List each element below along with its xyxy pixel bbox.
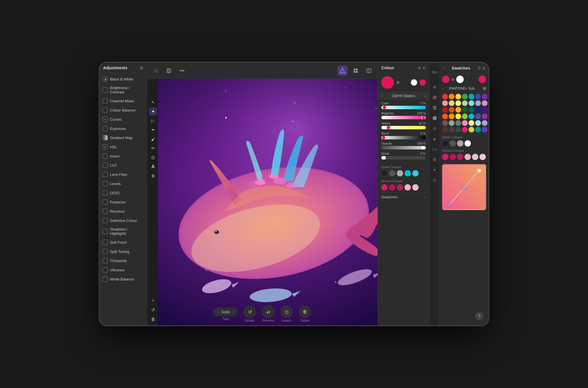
filter-icon-btn[interactable]: ⊞ — [430, 155, 439, 164]
recent-colour-0[interactable] — [381, 184, 388, 191]
black-slider-thumb[interactable] — [381, 136, 386, 139]
swatch-cell-21[interactable] — [442, 114, 448, 119]
swatches-prev-arrow[interactable]: ‹ — [443, 66, 444, 71]
swatch-cell-41[interactable] — [482, 127, 488, 132]
colour-wheel-icon-btn[interactable]: ⊕ — [430, 83, 439, 91]
swatch-cell-18[interactable] — [469, 107, 474, 113]
magenta-slider-thumb[interactable] — [421, 116, 426, 119]
adj-item-curves[interactable]: ∿Curves — [100, 115, 147, 124]
swatch-cell-37[interactable] — [455, 127, 461, 132]
text-icon-btn[interactable]: a — [430, 135, 439, 143]
yellow-slider-track[interactable] — [381, 126, 426, 129]
eyedropper-tool[interactable]: ⊕ — [149, 172, 157, 180]
colour-sliders-icon-btn[interactable] — [430, 93, 439, 102]
sw-recent-colour-2[interactable] — [457, 154, 463, 160]
secondary-colour-swatch[interactable] — [411, 79, 417, 86]
swatch-white[interactable] — [456, 76, 464, 83]
swatch-cell-27[interactable] — [482, 114, 488, 119]
swatch-cell-40[interactable] — [475, 127, 481, 132]
yellow-slider-thumb[interactable] — [386, 126, 391, 129]
swatch-cell-5[interactable] — [475, 94, 481, 99]
cmyk-next-arrow[interactable]: › — [424, 93, 426, 98]
adj-item-soft-proof[interactable]: Soft Proof — [100, 238, 147, 247]
opacity-slider-thumb[interactable] — [421, 146, 426, 149]
swatch-cell-16[interactable] — [455, 107, 461, 113]
swatch-cell-13[interactable] — [482, 100, 488, 106]
quick-colour-0[interactable] — [381, 170, 388, 176]
sw-quick-colour-3[interactable] — [465, 140, 471, 147]
swatch-cell-30[interactable] — [455, 120, 461, 126]
layout-button[interactable] — [364, 66, 374, 76]
adj-item-selective-colour[interactable]: Selective Colour — [100, 216, 147, 225]
swatches-link[interactable]: Swatches › — [378, 192, 429, 201]
swatch-cell-29[interactable] — [449, 120, 454, 126]
sparkle-icon-btn[interactable]: ✦ — [430, 166, 439, 174]
type-chevron-left[interactable]: ‹ — [218, 310, 219, 314]
canvas-wrapper[interactable]: ↖ ✦ ▷ ✒ 🖌 ✏ ⊡ A ⊕ ✦ ↺ 🗑 — [147, 79, 378, 325]
swatch-cell-25[interactable] — [469, 114, 474, 119]
pencil-tool[interactable]: ✏ — [149, 144, 157, 152]
adj-item-hsl[interactable]: ⊙HSL — [100, 142, 147, 151]
adj-item-colour-balance[interactable]: Colour Balance — [100, 105, 147, 115]
swatch-cell-2[interactable] — [455, 94, 461, 99]
adj-item-brightness-contrast[interactable]: Brightness / Contrast — [100, 84, 147, 96]
artwork-canvas[interactable]: ✦ ✦ ✦ ✦ ✦ — [158, 79, 378, 325]
swatch-cell-8[interactable] — [449, 100, 454, 106]
swatch-cell-22[interactable] — [449, 114, 454, 119]
reverse-button[interactable]: ⇄ — [262, 306, 274, 318]
aspect-button[interactable]: ⊡ — [280, 306, 293, 318]
sw-recent-colour-0[interactable] — [442, 154, 448, 160]
far-colour-swatch[interactable] — [419, 79, 426, 86]
swatch-cell-23[interactable] — [455, 114, 461, 119]
quick-colour-2[interactable] — [397, 170, 403, 176]
adj-item-invert[interactable]: Invert — [100, 151, 147, 161]
adj-item-posterise[interactable]: Posterise — [100, 197, 147, 207]
save-button[interactable] — [164, 66, 174, 76]
adj-item-recolour[interactable]: Recolour — [100, 207, 147, 216]
text-tool[interactable]: A — [149, 163, 157, 171]
cyan-slider-track[interactable] — [381, 106, 426, 109]
swatch-cell-3[interactable] — [462, 94, 468, 99]
clock-icon-btn[interactable]: ⊙ — [430, 176, 439, 185]
swatch-cell-0[interactable] — [442, 94, 448, 99]
sw-recent-colour-4[interactable] — [472, 154, 478, 160]
noise-slider-track[interactable] — [381, 156, 426, 160]
swatch-cell-38[interactable] — [462, 127, 468, 132]
swatch-cell-32[interactable] — [469, 120, 474, 126]
select-tool[interactable]: ↖ — [149, 98, 157, 106]
adj-item-split-toning[interactable]: Split Toning — [100, 247, 147, 256]
sw-quick-colour-1[interactable] — [450, 140, 456, 147]
swatch-cell-39[interactable] — [469, 127, 474, 132]
eyedropper-btn[interactable]: ⊕ — [396, 80, 400, 85]
adjust-tool[interactable]: ✦ — [149, 107, 157, 116]
swatch-cell-17[interactable] — [462, 107, 468, 113]
adj-item-lut[interactable]: LUT — [100, 161, 147, 170]
pantone-row[interactable]: ‹ PANTONE+ Soli... ⊞ — [440, 85, 488, 92]
adj-item-channel-mixer[interactable]: Channel Mixer — [100, 96, 147, 105]
swatch-cell-33[interactable] — [475, 120, 481, 126]
swatch-cell-14[interactable] — [442, 107, 448, 113]
paint-brush-tool[interactable]: 🖌 — [149, 135, 157, 143]
pantone-prev[interactable]: ‹ — [442, 87, 443, 91]
swatch-cell-7[interactable] — [442, 100, 448, 106]
affinity-logo-button[interactable] — [337, 66, 348, 76]
adj-item-white-balance[interactable]: White Balance — [100, 274, 147, 284]
back-button[interactable]: ◁ — [150, 66, 161, 76]
cmyk-prev-arrow[interactable]: ‹ — [381, 93, 383, 98]
opacity-slider-track[interactable] — [381, 146, 426, 149]
gradient-preview[interactable] — [442, 164, 486, 210]
undo-tool[interactable]: ↺ — [149, 306, 157, 314]
sw-recent-colour-3[interactable] — [465, 154, 471, 160]
adjustments-settings-icon[interactable]: ⊞ — [140, 66, 143, 70]
sw-recent-colour-1[interactable] — [450, 154, 456, 160]
recent-colour-1[interactable] — [389, 184, 395, 191]
adj-item-exposure[interactable]: Exposure — [100, 124, 147, 133]
swatch-cell-34[interactable] — [482, 120, 488, 126]
quick-colour-1[interactable] — [389, 170, 395, 176]
quick-colour-4[interactable] — [412, 170, 419, 176]
adj-item-ocio[interactable]: OCIO — [100, 188, 147, 197]
swatches-expand-icon[interactable]: ⊟ — [482, 66, 486, 70]
brush-icon-btn[interactable]: ⊘ — [430, 124, 439, 133]
swatch-cell-19[interactable] — [475, 107, 481, 113]
swatch-cell-4[interactable] — [469, 94, 474, 99]
